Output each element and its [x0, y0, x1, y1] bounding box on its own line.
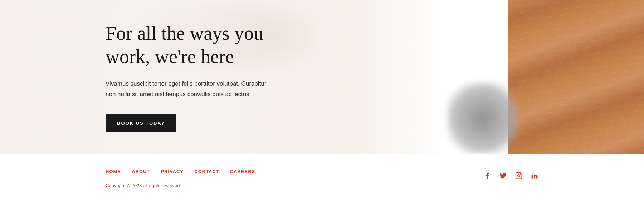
- footer-left: HOME ABOUT PRIVACY CONTACT CAREERS Copyr…: [106, 169, 255, 188]
- footer-nav-about[interactable]: ABOUT: [132, 169, 150, 174]
- footer: HOME ABOUT PRIVACY CONTACT CAREERS Copyr…: [0, 154, 644, 199]
- book-us-today-button[interactable]: BOOK US TODAY: [106, 114, 176, 132]
- svg-point-3: [532, 173, 533, 174]
- footer-social: [483, 169, 538, 180]
- footer-nav-contact[interactable]: CONTACT: [194, 169, 219, 174]
- footer-nav-privacy[interactable]: PRIVACY: [161, 169, 184, 174]
- footer-inner: HOME ABOUT PRIVACY CONTACT CAREERS Copyr…: [0, 169, 644, 188]
- footer-nav: HOME ABOUT PRIVACY CONTACT CAREERS: [106, 169, 255, 174]
- hero-section: For all the ways you work, we're here Vi…: [0, 0, 644, 154]
- hero-subtitle: Vivamus suscipit tortor eget felis portt…: [106, 79, 270, 100]
- hero-title: For all the ways you work, we're here: [106, 22, 286, 68]
- footer-nav-careers[interactable]: CAREERS: [230, 169, 255, 174]
- svg-point-1: [518, 175, 520, 177]
- footer-copyright: Copyright © 2023 all rights reserved: [106, 183, 255, 188]
- svg-point-2: [520, 173, 521, 175]
- svg-rect-0: [516, 173, 522, 179]
- instagram-icon[interactable]: [515, 172, 523, 180]
- twitter-icon[interactable]: [499, 172, 507, 180]
- linkedin-icon[interactable]: [531, 172, 538, 180]
- facebook-icon[interactable]: [483, 172, 491, 180]
- footer-nav-home[interactable]: HOME: [106, 169, 121, 174]
- hero-content: For all the ways you work, we're here Vi…: [0, 22, 286, 132]
